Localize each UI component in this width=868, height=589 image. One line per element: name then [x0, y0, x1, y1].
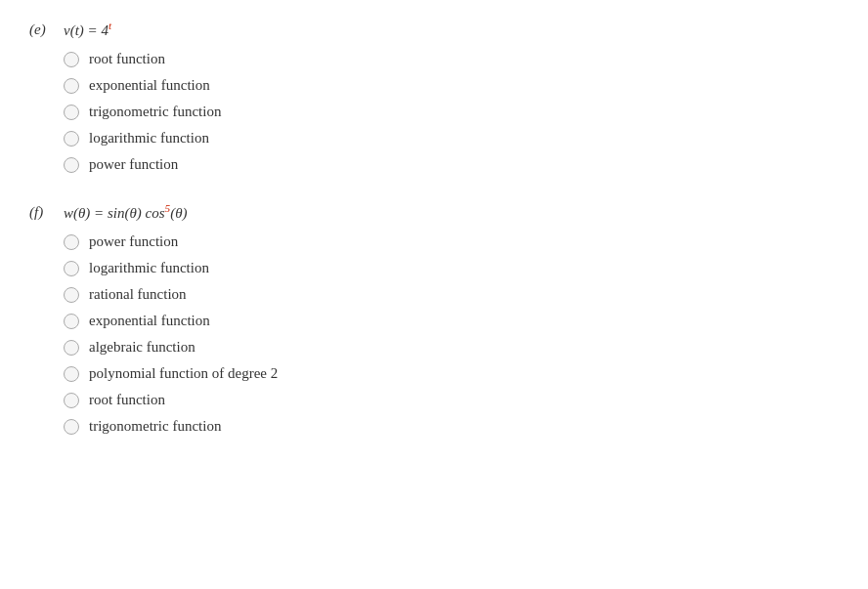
radio-button[interactable]	[64, 314, 79, 329]
option-label: power function	[89, 233, 178, 250]
option-label: root function	[89, 392, 165, 408]
option-label: rational function	[89, 286, 187, 303]
option-label: trigonometric function	[89, 104, 221, 120]
list-item[interactable]: power function	[64, 233, 839, 250]
radio-button[interactable]	[64, 234, 79, 250]
question-formula-f: w(θ) = sin(θ) cos5(θ)	[64, 202, 188, 222]
list-item[interactable]: exponential function	[64, 313, 839, 329]
option-label: root function	[89, 51, 165, 67]
option-label: polynomial function of degree 2	[89, 365, 278, 382]
radio-button[interactable]	[64, 52, 79, 67]
option-label: exponential function	[89, 77, 210, 94]
question-label-e: (e)v(t) = 4t	[29, 20, 839, 39]
list-item[interactable]: power function	[64, 156, 839, 173]
radio-button[interactable]	[64, 261, 79, 276]
list-item[interactable]: logarithmic function	[64, 130, 839, 147]
radio-button[interactable]	[64, 78, 79, 94]
option-label: logarithmic function	[89, 260, 209, 276]
radio-button[interactable]	[64, 419, 79, 435]
question-label-f: (f)w(θ) = sin(θ) cos5(θ)	[29, 202, 839, 222]
question-letter-e: (e)	[29, 20, 64, 38]
options-list-f: power functionlogarithmic functionration…	[64, 233, 839, 435]
radio-button[interactable]	[64, 340, 79, 356]
list-item[interactable]: polynomial function of degree 2	[64, 365, 839, 382]
option-label: logarithmic function	[89, 130, 209, 147]
radio-button[interactable]	[64, 393, 79, 408]
option-label: algebraic function	[89, 339, 195, 356]
radio-button[interactable]	[64, 131, 79, 147]
radio-button[interactable]	[64, 366, 79, 382]
list-item[interactable]: logarithmic function	[64, 260, 839, 276]
question-letter-f: (f)	[29, 202, 64, 221]
radio-button[interactable]	[64, 157, 79, 173]
radio-button[interactable]	[64, 105, 79, 120]
options-list-e: root functionexponential functiontrigono…	[64, 51, 839, 173]
option-label: trigonometric function	[89, 418, 221, 435]
exponent-t: t	[108, 20, 111, 31]
list-item[interactable]: trigonometric function	[64, 418, 839, 435]
list-item[interactable]: trigonometric function	[64, 104, 839, 120]
list-item[interactable]: root function	[64, 51, 839, 67]
option-label: power function	[89, 156, 178, 173]
option-label: exponential function	[89, 313, 210, 329]
list-item[interactable]: algebraic function	[64, 339, 839, 356]
exponent-5: 5	[165, 202, 171, 214]
question-formula-e: v(t) = 4t	[64, 20, 111, 39]
question-block-f: (f)w(θ) = sin(θ) cos5(θ)power functionlo…	[29, 202, 839, 435]
radio-button[interactable]	[64, 287, 79, 303]
list-item[interactable]: rational function	[64, 286, 839, 303]
list-item[interactable]: exponential function	[64, 77, 839, 94]
question-block-e: (e)v(t) = 4troot functionexponential fun…	[29, 20, 839, 173]
list-item[interactable]: root function	[64, 392, 839, 408]
